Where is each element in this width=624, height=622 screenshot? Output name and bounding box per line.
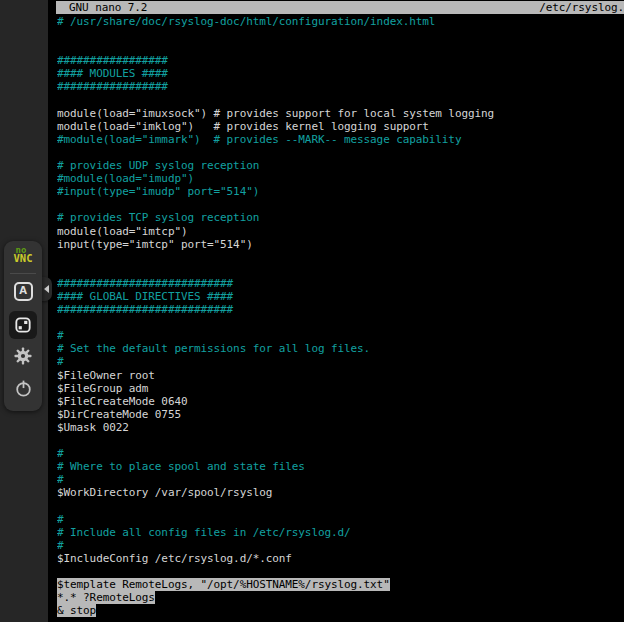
terminal-line: input(type="imtcp" port="514") [57,238,624,251]
terminal-line: $IncludeConfig /etc/rsyslog.d/*.conf [57,552,624,565]
terminal-line: # /usr/share/doc/rsyslog-doc/html/config… [57,15,624,28]
terminal-line: #input(type="imudp" port="514") [57,185,624,198]
terminal[interactable]: GNU nano 7.2 /etc/rsyslog. # /usr/share/… [48,0,624,622]
nano-filename-label: /etc/rsyslog. [539,1,624,14]
terminal-line [57,434,624,447]
fullscreen-button[interactable] [9,311,37,339]
terminal-line: #### GLOBAL DIRECTIVES #### [57,290,624,303]
power-button[interactable] [12,377,34,399]
terminal-line [57,28,624,41]
terminal-screen: # /usr/share/doc/rsyslog-doc/html/config… [57,15,624,622]
terminal-line: $FileOwner root [57,369,624,382]
fullscreen-icon [13,315,33,335]
panel-divider [10,273,36,274]
terminal-line: # [57,513,624,526]
terminal-line [57,565,624,578]
terminal-line: # Include all config files in /etc/rsysl… [57,526,624,539]
terminal-line: #module(load="immark") # provides --MARK… [57,133,624,146]
terminal-line: # [57,355,624,368]
terminal-line: module(load="imuxsock") # provides suppo… [57,107,624,120]
novnc-logo-vnc: VNC [14,254,33,263]
terminal-line: module(load="imklog") # provides kernel … [57,120,624,133]
terminal-line: $WorkDirectory /var/spool/rsyslog [57,486,624,499]
power-icon [13,378,34,399]
terminal-line: $FileGroup adm [57,382,624,395]
terminal-line: #### MODULES #### [57,67,624,80]
settings-button[interactable] [12,345,34,367]
novnc-logo: no VNC [4,246,42,266]
terminal-line [57,94,624,107]
terminal-line: # Where to place spool and state files [57,460,624,473]
clipboard-a-icon: A [14,282,33,301]
terminal-line: ########################### [57,277,624,290]
terminal-line: $DirCreateMode 0755 [57,408,624,421]
terminal-line [57,41,624,54]
terminal-line: $template RemoteLogs, "/opt/%HOSTNAME%/r… [57,578,624,591]
terminal-line [57,264,624,277]
vnc-control-bar: no VNC A [4,241,42,411]
nano-titlebar: GNU nano 7.2 /etc/rsyslog. [56,1,624,14]
terminal-line: ################# [57,80,624,93]
terminal-line [57,198,624,211]
terminal-line: ################# [57,54,624,67]
terminal-line [57,316,624,329]
nano-version-label: GNU nano 7.2 [56,1,147,14]
collapse-left-arrow-icon [44,285,49,293]
terminal-line: # provides UDP syslog reception [57,159,624,172]
clipboard-button[interactable]: A [12,280,34,302]
vnc-viewport: GNU nano 7.2 /etc/rsyslog. # /usr/share/… [0,0,624,622]
terminal-line: ########################### [57,303,624,316]
terminal-line [57,499,624,512]
terminal-line: $FileCreateMode 0640 [57,395,624,408]
terminal-line [57,251,624,264]
terminal-line [57,146,624,159]
terminal-line: *.* ?RemoteLogs [57,591,624,604]
terminal-line: & stop [57,604,624,617]
terminal-line: module(load="imtcp") [57,225,624,238]
terminal-line: # [57,329,624,342]
terminal-line: # [57,473,624,486]
terminal-line: $Umask 0022 [57,421,624,434]
gear-icon [13,346,33,366]
terminal-line: # Set the default permissions for all lo… [57,342,624,355]
terminal-line: # [57,447,624,460]
terminal-line: # [57,539,624,552]
terminal-line: # provides TCP syslog reception [57,211,624,224]
terminal-line: #module(load="imudp") [57,172,624,185]
